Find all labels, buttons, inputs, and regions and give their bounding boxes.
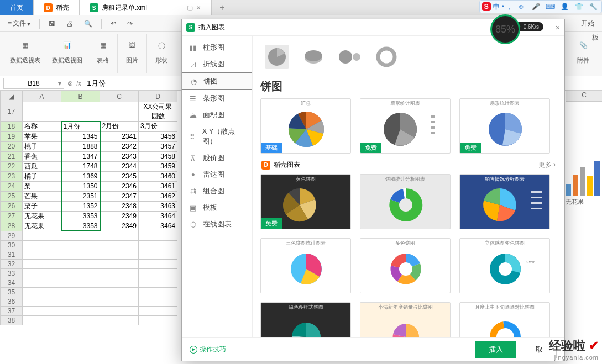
type-area[interactable]: ⛰面积图 — [182, 107, 252, 123]
ime-skin-icon[interactable]: 👕 — [573, 1, 585, 12]
cell[interactable]: 2351 — [61, 191, 100, 201]
cell[interactable]: 3459 — [139, 161, 177, 171]
type-bar[interactable]: ☰条形图 — [182, 90, 252, 107]
row-29[interactable]: 29 — [1, 231, 23, 240]
cell[interactable]: 2345 — [100, 171, 139, 181]
type-stock[interactable]: ⊼股价图 — [182, 150, 252, 166]
cell[interactable]: 栗子 — [23, 201, 61, 211]
cell[interactable]: 3462 — [139, 191, 177, 201]
cell[interactable]: 2341 — [100, 131, 139, 141]
row-32[interactable]: 32 — [1, 259, 23, 268]
tab-file[interactable]: S 房租记录单.xml ▢ × — [80, 0, 211, 15]
tab-add-button[interactable]: + — [211, 0, 232, 15]
cell[interactable]: 1888 — [61, 141, 100, 151]
cell[interactable]: 3456 — [139, 131, 177, 141]
subtype-pie3d[interactable] — [301, 45, 326, 69]
cell[interactable]: 桃子 — [23, 141, 61, 151]
row-18[interactable]: 18 — [1, 122, 23, 132]
col-A[interactable]: A — [23, 91, 61, 102]
row-38[interactable]: 38 — [1, 315, 23, 325]
ime-comma-icon[interactable]: ， — [506, 2, 513, 12]
col-C-right[interactable]: C — [566, 91, 602, 102]
type-pie[interactable]: ◔饼图 — [182, 72, 252, 90]
tab-window-icon[interactable]: ▢ — [187, 4, 193, 12]
row-34[interactable]: 34 — [1, 278, 23, 287]
cell[interactable]: 3458 — [139, 151, 177, 161]
save-icon[interactable]: 🖫 — [45, 18, 59, 30]
row-31[interactable]: 31 — [1, 250, 23, 259]
cell[interactable]: 香蕉 — [23, 151, 61, 161]
ime-keyboard-icon[interactable]: ⌨ — [544, 1, 556, 12]
row-28[interactable]: 28 — [1, 221, 23, 231]
hdr-name[interactable]: 名称 — [23, 122, 61, 132]
col-B[interactable]: B — [61, 91, 100, 102]
dk-card-3[interactable]: 销售情况分析图表 — [459, 174, 550, 229]
hdr-m2[interactable]: 2月份 — [100, 122, 139, 132]
cell[interactable]: 3464 — [139, 221, 177, 231]
col-C[interactable]: C — [100, 91, 139, 102]
cell[interactable]: 3457 — [139, 141, 177, 151]
row-24[interactable]: 24 — [1, 181, 23, 191]
undo-icon[interactable]: ↶ — [107, 18, 119, 30]
row-20[interactable]: 20 — [1, 141, 23, 151]
row-22[interactable]: 22 — [1, 161, 23, 171]
dk-card-5[interactable]: 多色饼图 — [360, 238, 451, 293]
file-menu[interactable]: ≡ 文件 ▾ — [4, 17, 34, 30]
cell[interactable]: 1369 — [61, 171, 100, 181]
tab-close-icon[interactable]: × — [196, 3, 201, 12]
cell[interactable]: 西瓜 — [23, 161, 61, 171]
ribbon-pivot-chart[interactable]: 📊 数据透视图 — [46, 34, 88, 73]
cell[interactable]: 2343 — [100, 151, 139, 161]
row-27[interactable]: 27 — [1, 211, 23, 221]
ime-smile-icon[interactable]: ☺ — [515, 1, 527, 12]
card-basic-pie[interactable]: 汇总 基础 — [260, 98, 351, 154]
cell[interactable]: 2348 — [100, 201, 139, 211]
cell[interactable]: 2349 — [100, 211, 139, 221]
select-all-corner[interactable]: ◢ — [1, 91, 23, 102]
ribbon-pivot-table[interactable]: ▦ 数据透视表 — [4, 34, 46, 73]
type-template[interactable]: ▣模板 — [182, 199, 252, 216]
cell[interactable]: 3353 — [61, 211, 100, 221]
ribbon-picture[interactable]: 🖼 图片 — [118, 34, 147, 73]
print-icon[interactable]: 🖨 — [63, 18, 76, 30]
dialog-close-button[interactable]: × — [556, 23, 560, 32]
subtype-doughnut[interactable] — [374, 45, 399, 69]
cell[interactable]: 3463 — [139, 201, 177, 211]
fx-label[interactable]: fx — [76, 80, 81, 87]
title-cell[interactable]: XX公司果园数 — [139, 102, 177, 122]
row-19[interactable]: 19 — [1, 131, 23, 141]
tips-link[interactable]: ▶ 操作技巧 — [190, 345, 226, 354]
ime-sogou-icon[interactable]: S — [482, 2, 491, 11]
ribbon-tab-begin[interactable]: 开始 — [578, 17, 598, 30]
cell[interactable]: 2349 — [100, 221, 139, 231]
cell[interactable]: 2347 — [100, 191, 139, 201]
preview-icon[interactable]: 🔍 — [81, 18, 96, 30]
cell[interactable]: 芒果 — [23, 191, 61, 201]
dk-card-7[interactable]: 绿色多样式饼图 — [260, 302, 351, 337]
cell[interactable]: 1347 — [61, 151, 100, 161]
ribbon-shape[interactable]: ◯ 形状 — [147, 34, 176, 73]
cancel-fx-icon[interactable]: ⊗ — [67, 80, 73, 87]
cell[interactable]: 3460 — [139, 171, 177, 181]
row-33[interactable]: 33 — [1, 268, 23, 278]
row-21[interactable]: 21 — [1, 151, 23, 161]
row-37[interactable]: 37 — [1, 306, 23, 315]
redo-icon[interactable]: ↷ — [124, 18, 136, 30]
cell[interactable]: 1345 — [61, 131, 100, 141]
subtype-pie-of-pie[interactable] — [338, 45, 362, 69]
cell[interactable]: 3353 — [61, 221, 100, 231]
speed-gauge[interactable]: 85% — [490, 14, 520, 44]
dk-card-2[interactable]: 饼图统计分析图表 — [360, 174, 451, 229]
subtype-pie[interactable] — [265, 45, 289, 69]
cell[interactable]: 梨 — [23, 181, 61, 191]
dk-card-1[interactable]: 黄色饼图 免费 — [260, 174, 351, 229]
cell[interactable]: 2344 — [100, 161, 139, 171]
type-combo[interactable]: ⿻组合图 — [182, 183, 252, 199]
dk-card-6[interactable]: 立体感渐变色饼图 25% — [459, 238, 550, 293]
row-26[interactable]: 26 — [1, 201, 23, 211]
row-23[interactable]: 23 — [1, 171, 23, 181]
row-25[interactable]: 25 — [1, 191, 23, 201]
row-35[interactable]: 35 — [1, 287, 23, 297]
dk-card-8[interactable]: 小清新年度销量占比饼图 — [360, 302, 451, 337]
cell[interactable]: 橘子 — [23, 171, 61, 181]
